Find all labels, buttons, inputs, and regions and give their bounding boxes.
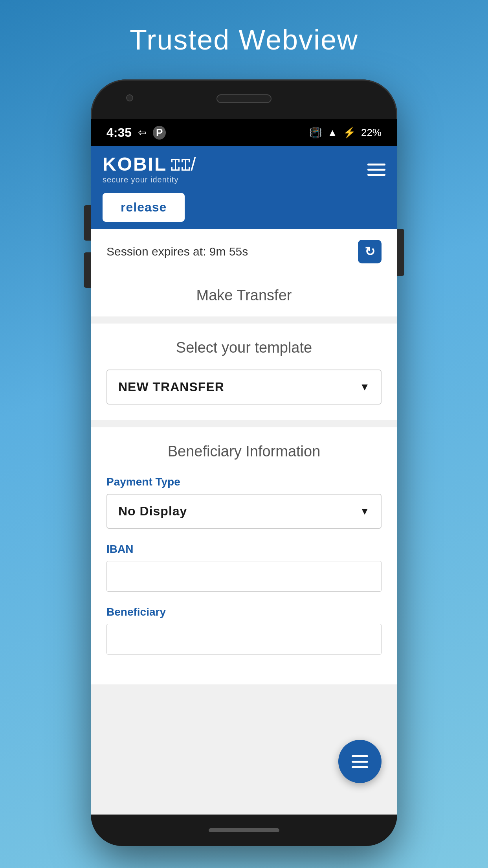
release-bar: release [91, 193, 397, 229]
page-title: Trusted Webview [130, 24, 358, 56]
battery-percent: 22% [361, 127, 382, 139]
fab-button[interactable] [338, 740, 382, 783]
beneficiary-group: Beneficiary [106, 606, 382, 655]
page-wrapper: Trusted Webview 4:35 ⇦ P 📳 ▲ ⚡ 22% [0, 0, 488, 868]
refresh-button[interactable]: ↻ [358, 240, 382, 263]
parking-icon: P [153, 126, 166, 140]
phone-top-bar [91, 79, 397, 119]
iban-label: IBAN [106, 543, 382, 555]
payment-type-label: Payment Type [106, 476, 382, 488]
hamburger-line-2 [367, 169, 385, 171]
session-bar: Session expires at: 9m 55s ↻ [91, 229, 397, 274]
fab-line-1 [352, 755, 368, 757]
hamburger-line-3 [367, 174, 385, 176]
content-area: Session expires at: 9m 55s ↻ Make Transf… [91, 229, 397, 815]
payment-type-dropdown[interactable]: No Display ▼ [106, 494, 382, 529]
status-bar: 4:35 ⇦ P 📳 ▲ ⚡ 22% [91, 119, 397, 146]
hamburger-menu-button[interactable] [367, 164, 385, 176]
wifi-icon: ▲ [327, 127, 338, 139]
iban-input[interactable] [106, 561, 382, 592]
beneficiary-input[interactable] [106, 624, 382, 655]
hamburger-line-1 [367, 164, 385, 166]
status-time: 4:35 [106, 125, 132, 140]
template-dropdown[interactable]: NEW TRANSFER ▼ [106, 370, 382, 405]
status-icons: 📳 ▲ ⚡ 22% [309, 127, 382, 139]
camera [126, 94, 133, 101]
phone-shell: 4:35 ⇦ P 📳 ▲ ⚡ 22% KOBIL ꞮꞮ/ secur [91, 79, 397, 846]
payment-type-value: No Display [118, 504, 187, 519]
kobil-logo-text: KOBIL ꞮꞮ/ [103, 155, 197, 174]
kobil-tagline: secure your identity [103, 175, 197, 184]
logo-slash-icon: ꞮꞮ/ [170, 155, 196, 174]
beneficiary-label: Beneficiary [106, 606, 382, 618]
fab-menu-icon [352, 755, 368, 768]
volume-up-button[interactable] [84, 205, 91, 241]
power-button[interactable] [397, 229, 404, 276]
nav-icon: ⇦ [138, 127, 147, 139]
vibrate-icon: 📳 [309, 127, 322, 139]
make-transfer-section: Make Transfer [91, 274, 397, 316]
speaker [216, 94, 272, 103]
volume-down-button[interactable] [84, 252, 91, 288]
beneficiary-section: Beneficiary Information Payment Type No … [91, 427, 397, 684]
kobil-logo: KOBIL ꞮꞮ/ secure your identity [103, 155, 197, 184]
make-transfer-title: Make Transfer [106, 287, 382, 304]
home-indicator [209, 828, 279, 832]
refresh-icon: ↻ [365, 244, 375, 259]
template-dropdown-arrow-icon: ▼ [360, 381, 370, 393]
phone-screen: KOBIL ꞮꞮ/ secure your identity release [91, 146, 397, 815]
battery-icon: ⚡ [343, 127, 356, 139]
iban-group: IBAN [106, 543, 382, 592]
logo-brand: KOBIL [103, 155, 167, 174]
fab-line-3 [352, 766, 368, 768]
kobil-header: KOBIL ꞮꞮ/ secure your identity [91, 146, 397, 193]
fab-line-2 [352, 761, 368, 763]
payment-type-arrow-icon: ▼ [360, 505, 370, 517]
template-section-title: Select your template [106, 339, 382, 356]
beneficiary-section-title: Beneficiary Information [106, 443, 382, 460]
payment-type-group: Payment Type No Display ▼ [106, 476, 382, 529]
release-button[interactable]: release [103, 193, 185, 222]
template-dropdown-value: NEW TRANSFER [118, 380, 224, 394]
template-section: Select your template NEW TRANSFER ▼ [91, 324, 397, 420]
phone-bottom [91, 815, 397, 846]
session-text: Session expires at: 9m 55s [106, 245, 248, 258]
